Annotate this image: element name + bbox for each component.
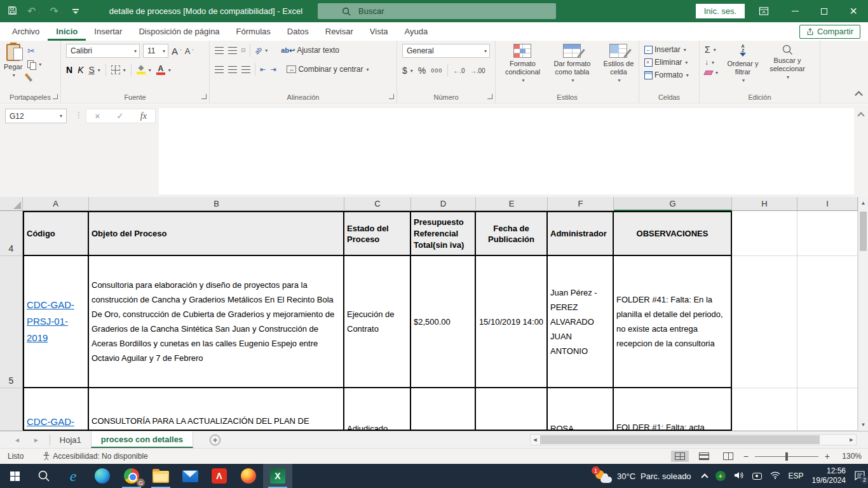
save-icon[interactable] — [8, 6, 17, 17]
cell-h4[interactable] — [732, 211, 797, 256]
dialog-launcher-alineacion[interactable] — [389, 94, 394, 99]
search-box[interactable]: Buscar — [318, 3, 556, 19]
cell-c6[interactable]: Adjudicado — [344, 388, 411, 431]
zoom-slider-thumb[interactable] — [785, 452, 788, 461]
decrease-decimal-button[interactable]: →.00 — [470, 67, 485, 74]
column-header-d[interactable]: D — [411, 197, 476, 211]
cell-i6[interactable] — [797, 388, 858, 431]
firefox-button[interactable] — [234, 464, 263, 488]
autosum-button[interactable]: Σ▾ — [705, 44, 718, 55]
percent-button[interactable]: % — [418, 65, 426, 76]
customize-qat-button[interactable] — [72, 9, 79, 14]
cell-a4[interactable]: Código — [23, 211, 89, 256]
cell-b6[interactable]: CONSULTORÍA PARA LA ACTUALIZACIÓN DEL PL… — [89, 388, 344, 431]
share-button[interactable]: Compartir — [799, 25, 860, 39]
chrome-button[interactable]: G — [117, 464, 146, 488]
borders-button[interactable]: ▾ — [111, 65, 126, 74]
tab-revisar[interactable]: Revisar — [317, 24, 362, 41]
page-break-view-button[interactable] — [719, 451, 737, 462]
delete-cells-button[interactable]: ×Eliminar▾ — [644, 58, 688, 67]
redo-button[interactable]: ↷▾ — [50, 6, 62, 17]
dialog-launcher-numero[interactable] — [487, 94, 492, 99]
internet-explorer-button[interactable]: e — [58, 464, 88, 488]
minimize-button[interactable] — [780, 0, 810, 22]
sheet-tab-proceso-con-detalles[interactable]: proceso con detalles — [91, 431, 193, 448]
column-header-c[interactable]: C — [344, 197, 411, 211]
cell-i5[interactable] — [797, 256, 858, 388]
decrease-indent-button[interactable]: ⇤ — [260, 65, 266, 74]
cell-b5[interactable]: Consultoria para elaboración y diseño de… — [89, 256, 344, 388]
show-hidden-icons-button[interactable] — [701, 473, 708, 480]
format-painter-button[interactable] — [25, 73, 32, 81]
zoom-slider[interactable] — [755, 456, 818, 457]
vertical-scrollbar[interactable]: ▲ ▼ — [858, 197, 868, 431]
select-all-button[interactable] — [0, 197, 23, 211]
sheet-tab-hoja1[interactable]: Hoja1 — [50, 431, 91, 448]
fill-button[interactable]: ↓▾ — [705, 58, 718, 67]
align-bottom-button[interactable] — [241, 48, 245, 52]
close-button[interactable]: × — [839, 0, 868, 22]
column-header-b[interactable]: B — [89, 197, 344, 211]
increase-indent-button[interactable]: ⇥ — [270, 65, 276, 74]
antivirus-tray-icon[interactable]: + — [715, 471, 726, 481]
collapse-ribbon-button[interactable] — [855, 91, 863, 99]
cell-a5[interactable]: CDC-GAD-PRSJ-01-2019 — [23, 256, 89, 388]
tab-disposicion[interactable]: Disposición de página — [130, 24, 227, 41]
bold-button[interactable]: N — [66, 65, 72, 75]
insert-cells-button[interactable]: ←Insertar▾ — [644, 45, 686, 54]
conditional-formatting-button[interactable]: Formato condicional ▾ — [499, 41, 546, 85]
notification-center-button[interactable]: 2 — [854, 470, 865, 482]
row-header-4[interactable]: 4 — [0, 211, 23, 256]
decrease-font-button[interactable]: Aˇ — [185, 46, 194, 56]
cell-d5[interactable]: $2,500.00 — [411, 256, 476, 388]
zoom-level[interactable]: 130% — [836, 452, 862, 461]
cell-b4[interactable]: Objeto del Proceso — [89, 211, 344, 256]
clock[interactable]: 12:56 19/6/2024 — [812, 466, 846, 485]
column-header-e[interactable]: E — [476, 197, 548, 211]
cell-f5[interactable]: Juan Pérez - PEREZ ALVARADO JUAN ANTONIO — [548, 256, 614, 388]
taskbar-search-button[interactable] — [29, 464, 58, 488]
align-left-button[interactable] — [215, 66, 224, 73]
find-select-button[interactable]: Buscar y seleccionar ▾ — [764, 41, 811, 85]
accessibility-status[interactable]: Accesibilidad: No disponible — [43, 452, 147, 461]
italic-button[interactable]: K — [78, 65, 83, 75]
network-tray-icon[interactable] — [770, 471, 780, 481]
process-code-link[interactable]: CDC-GAD-PRSJ-01-2019 — [27, 297, 85, 346]
cell-e4[interactable]: Fecha de Publicación — [476, 211, 548, 256]
wrap-text-button[interactable]: ab↩Ajustar texto — [281, 46, 339, 55]
dialog-launcher-fuente[interactable] — [201, 94, 207, 99]
scroll-left-arrow[interactable]: ◄ — [531, 437, 539, 443]
cell-f6[interactable]: ROSA — [548, 388, 614, 431]
merge-center-button[interactable]: ↔Combinar y centrar▾ — [287, 65, 369, 74]
cell-i4[interactable] — [797, 211, 858, 256]
align-right-button[interactable] — [241, 66, 250, 73]
format-as-table-button[interactable]: Dar formato como tabla ▾ — [548, 41, 596, 85]
confirm-entry-button[interactable]: ✓ — [117, 111, 124, 121]
file-explorer-button[interactable] — [146, 464, 175, 488]
column-header-a[interactable]: A — [23, 197, 89, 211]
format-cells-button[interactable]: Formato▾ — [644, 71, 689, 79]
start-button[interactable] — [0, 464, 29, 488]
scroll-down-arrow[interactable]: ▼ — [858, 419, 868, 431]
cell-g4[interactable]: OBSERVACIONES — [614, 211, 732, 256]
undo-button[interactable]: ↶▾ — [27, 6, 39, 17]
tab-datos[interactable]: Datos — [279, 24, 317, 41]
align-top-button[interactable] — [215, 47, 224, 54]
language-indicator[interactable]: ESP — [789, 471, 804, 480]
cancel-entry-button[interactable]: × — [95, 111, 100, 121]
cell-c5[interactable]: Ejecución de Contrato — [344, 256, 411, 388]
font-color-button[interactable]: A▾ — [156, 65, 171, 75]
tab-vista[interactable]: Vista — [362, 24, 397, 41]
font-name-select[interactable]: Calibri▾ — [66, 44, 140, 58]
formula-input[interactable] — [159, 108, 854, 194]
comma-style-button[interactable]: 000 — [431, 67, 442, 74]
cell-f4[interactable]: Administrador — [548, 211, 614, 256]
cell-h6[interactable] — [732, 388, 797, 431]
row-header-6[interactable] — [0, 388, 23, 431]
font-size-select[interactable]: 11▾ — [143, 44, 168, 58]
new-sheet-button[interactable]: + — [210, 435, 220, 445]
sort-filter-button[interactable]: AZ Ordenar y filtrar ▾ — [722, 41, 764, 85]
tab-inicio[interactable]: Inicio — [48, 24, 86, 41]
fill-color-button[interactable]: ▾ — [137, 65, 151, 74]
column-header-f[interactable]: F — [548, 197, 614, 211]
